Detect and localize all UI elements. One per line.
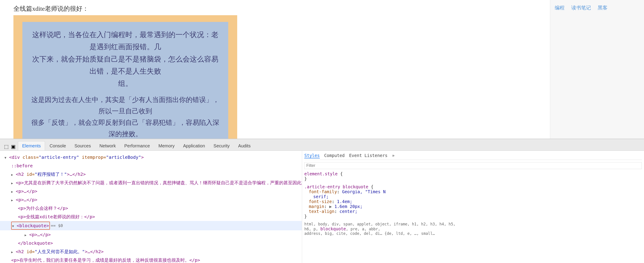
html-panel: ▼ <div class="article-entry" itemprop="a… bbox=[0, 151, 302, 263]
html-line-p3: ▶ <p>…</p> bbox=[0, 196, 302, 204]
tab-audits[interactable]: Audits bbox=[234, 141, 255, 151]
devtools-panel: ⬚ ▣ Elements Console Sources Network Per… bbox=[0, 139, 644, 263]
tab-application[interactable]: Application bbox=[179, 141, 209, 151]
styles-tabs: Styles Computed Event Listeners » bbox=[304, 153, 642, 160]
html-line-h2-life: ▶ <h2 id="人生又何尝不是如此。">…</h2> bbox=[0, 247, 302, 256]
css-prop-text-align: text-align: center; bbox=[304, 209, 642, 214]
css-selector-article-blockquote: .article-entry blockquote { bbox=[304, 184, 642, 189]
dollar-zero: == $0 bbox=[51, 223, 63, 229]
pre-blockquote-text: 全线篇xdite老师说的很好： bbox=[14, 4, 536, 13]
sidebar-link-hacker[interactable]: 黑客 bbox=[598, 4, 608, 11]
collapse-p3[interactable]: ▶ bbox=[11, 198, 13, 202]
css-prop-font-family: font-family: Georgia, "Times N bbox=[304, 189, 642, 194]
devtools-tabs-bar: ⬚ ▣ Elements Console Sources Network Per… bbox=[0, 139, 644, 151]
main-content: blockquote | 812.66 × 280 全线篇xdite老师说的很好… bbox=[0, 0, 550, 139]
css-val-serif: serif; bbox=[304, 194, 642, 199]
css-prop-margin: margin: ▶ 1.6em 20px; bbox=[304, 204, 642, 209]
html-line-p-inner: ▶ <p>…</p> bbox=[0, 230, 302, 239]
blockquote-text-2: 这是因为过去在人生中，其实是「少有人当面指出你的错误」，所以一旦自己收到 很多「… bbox=[31, 94, 219, 139]
tab-console[interactable]: Console bbox=[46, 141, 70, 151]
collapse-p1[interactable]: ▶ bbox=[11, 181, 13, 185]
collapse-h2-life[interactable]: ▶ bbox=[11, 250, 13, 254]
styles-tab-computed[interactable]: Computed bbox=[324, 153, 345, 158]
collapse-p2[interactable]: ▶ bbox=[11, 190, 13, 194]
tab-performance[interactable]: Performance bbox=[120, 141, 154, 151]
html-line-blockquote-close: </blockquote> bbox=[0, 239, 302, 247]
blockquote-selected: 这样说吧，当各位在入门编程时，最常遇到的一个状况：老是遇到红画面报错。几 次下来… bbox=[22, 22, 228, 139]
sidebar-link-coding[interactable]: 编程 bbox=[555, 4, 564, 11]
cursor-icon[interactable]: ⬚ bbox=[4, 144, 9, 150]
html-line-1: ▼ <div class="article-entry" itemprop="a… bbox=[0, 153, 302, 161]
css-selector-element: element.style { bbox=[304, 171, 642, 176]
collapse-h2[interactable]: ▶ bbox=[11, 173, 13, 176]
collapse-blockquote[interactable]: ▼ bbox=[12, 224, 14, 228]
html-line-p-xdite: <p>全线篇xdite老师说的很好：</p> bbox=[0, 213, 302, 221]
blockquote-tag-box: ▼ <blockquote> bbox=[11, 222, 50, 230]
sidebar-links: 编程 读书笔记 黑客 bbox=[555, 4, 640, 11]
styles-tab-more[interactable]: » bbox=[392, 153, 394, 158]
css-close-brace-1: } bbox=[304, 176, 642, 181]
css-close-brace-2: } bbox=[304, 214, 642, 219]
styles-tab-styles[interactable]: Styles bbox=[304, 153, 320, 158]
page-area: blockquote | 812.66 × 280 全线篇xdite老师说的很好… bbox=[0, 0, 644, 139]
devtools-body: ▼ <div class="article-entry" itemprop="a… bbox=[0, 151, 644, 263]
styles-tab-event-listeners[interactable]: Event Listeners bbox=[349, 153, 388, 158]
tab-security[interactable]: Security bbox=[210, 141, 234, 151]
tab-sources[interactable]: Sources bbox=[70, 141, 95, 151]
css-rule-element-style: element.style { } bbox=[304, 171, 642, 181]
html-line-blockquote[interactable]: ▼ <blockquote> == $0 bbox=[0, 221, 302, 230]
tab-memory[interactable]: Memory bbox=[154, 141, 178, 151]
collapse-p-inner[interactable]: ▶ bbox=[24, 233, 26, 237]
html-line-p-student: <p>在学生时代，我们的主要任务是学习，成绩是最好的反馈，这种反馈很直接也很及时… bbox=[0, 256, 302, 263]
html-line-before: ::before bbox=[0, 161, 302, 170]
styles-filter[interactable] bbox=[304, 162, 642, 169]
html-line-p2: ▶ <p>…</p> bbox=[0, 187, 302, 196]
html-line-p1: ▶ <p>尤其是在折腾了大半天仍然解决不了问题，或者遇到一直出错的情况，真想摔键… bbox=[0, 179, 302, 187]
styles-panel: Styles Computed Event Listeners » elemen… bbox=[302, 151, 644, 263]
collapse-triangle-1[interactable]: ▼ bbox=[4, 156, 6, 159]
blockquote-text-1: 这样说吧，当各位在入门编程时，最常遇到的一个状况：老是遇到红画面报错。几 次下来… bbox=[31, 29, 219, 89]
tab-network[interactable]: Network bbox=[95, 141, 120, 151]
css-prop-font-size: font-size: 1.4em; bbox=[304, 199, 642, 204]
blockquote-container: 这样说吧，当各位在入门编程时，最常遇到的一个状况：老是遇到红画面报错。几 次下来… bbox=[14, 15, 237, 139]
sidebar-link-reading[interactable]: 读书笔记 bbox=[571, 4, 591, 11]
tab-elements[interactable]: Elements bbox=[18, 141, 45, 151]
css-rule-blockquote: .article-entry blockquote { font-family:… bbox=[304, 184, 642, 219]
html-line-h2-1: ▶ <h2 id="程序报错了！">…</h2> bbox=[0, 170, 302, 179]
inherited-styles-label: html, body, div, span, applet, object, i… bbox=[304, 222, 642, 236]
device-icon[interactable]: ▣ bbox=[11, 144, 16, 150]
devtools-icons: ⬚ ▣ bbox=[2, 143, 18, 151]
html-line-p-why: <p>为什么会这样？</p> bbox=[0, 204, 302, 213]
right-sidebar: 编程 读书笔记 黑客 bbox=[550, 0, 644, 139]
